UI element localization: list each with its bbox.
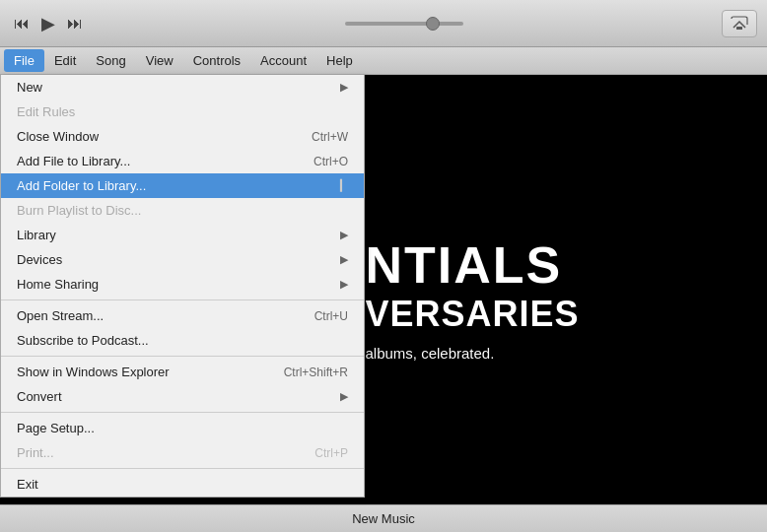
menu-item-burn-playlist: Burn Playlist to Disc... (1, 198, 364, 223)
menu-item-burn-playlist-label: Burn Playlist to Disc... (17, 203, 141, 218)
menu-item-library[interactable]: Library ▶ (1, 223, 364, 247)
menu-item-open-stream-shortcut: Ctrl+U (314, 309, 348, 323)
menu-item-open-stream[interactable]: Open Stream... Ctrl+U (1, 303, 364, 328)
menu-item-print: Print... Ctrl+P (1, 440, 364, 465)
toolbar: ⏮ ▶ ⏭ (0, 0, 767, 47)
menu-item-close-window-shortcut: Ctrl+W (312, 130, 348, 144)
menu-item-open-stream-label: Open Stream... (17, 308, 104, 323)
menu-item-new[interactable]: New ▶ (1, 75, 364, 100)
menu-item-new-label: New (17, 80, 42, 95)
menu-item-new-arrow: ▶ (340, 81, 348, 94)
airplay-button[interactable] (722, 10, 757, 37)
menu-edit[interactable]: Edit (44, 49, 86, 72)
menubar: File Edit Song View Controls Account Hel… (0, 47, 767, 75)
status-label: New Music (352, 511, 415, 526)
file-dropdown-menu: New ▶ Edit Rules Close Window Ctrl+W Add… (0, 75, 365, 498)
menu-controls[interactable]: Controls (183, 49, 250, 72)
menu-item-show-explorer-label: Show in Windows Explorer (17, 365, 170, 379)
menu-item-exit[interactable]: Exit (1, 472, 364, 497)
menu-item-home-sharing[interactable]: Home Sharing ▶ (1, 272, 364, 297)
fastforward-button[interactable]: ⏭ (63, 13, 87, 34)
menu-item-close-window[interactable]: Close Window Ctrl+W (1, 124, 364, 149)
menu-view[interactable]: View (136, 49, 183, 72)
transport-controls: ⏮ ▶ ⏭ (10, 11, 87, 36)
separator-3 (1, 412, 364, 413)
menu-item-print-shortcut: Ctrl+P (314, 446, 348, 460)
menu-item-page-setup-label: Page Setup... (17, 421, 95, 435)
menu-help[interactable]: Help (316, 49, 363, 72)
separator-1 (1, 299, 364, 300)
album-description: albums, celebrated. (365, 345, 579, 362)
menu-item-add-folder-label: Add Folder to Library... (17, 178, 146, 193)
menu-item-print-label: Print... (17, 445, 54, 460)
cursor-indicator: ▎ (340, 179, 348, 192)
separator-2 (1, 356, 364, 357)
album-title-2: VERSARIES (365, 294, 579, 335)
menu-item-devices[interactable]: Devices ▶ (1, 247, 364, 272)
separator-4 (1, 468, 364, 469)
menu-item-close-window-label: Close Window (17, 129, 99, 144)
menu-item-devices-label: Devices (17, 252, 62, 267)
menu-item-edit-rules: Edit Rules (1, 100, 364, 124)
status-bar: New Music (0, 504, 767, 532)
menu-item-show-explorer-shortcut: Ctrl+Shift+R (284, 366, 348, 379)
menu-item-add-file[interactable]: Add File to Library... Ctrl+O (1, 149, 364, 173)
menu-item-subscribe-podcast-label: Subscribe to Podcast... (17, 333, 149, 348)
menu-item-add-folder[interactable]: Add Folder to Library... ▎ (1, 173, 364, 198)
menu-item-edit-rules-label: Edit Rules (17, 104, 75, 119)
play-button[interactable]: ▶ (37, 11, 59, 36)
rewind-button[interactable]: ⏮ (10, 13, 34, 34)
menu-item-add-file-shortcut: Ctrl+O (314, 155, 348, 168)
menu-item-home-sharing-label: Home Sharing (17, 277, 99, 292)
menu-item-subscribe-podcast[interactable]: Subscribe to Podcast... (1, 328, 364, 353)
menu-item-convert[interactable]: Convert ▶ (1, 384, 364, 409)
menu-file[interactable]: File (4, 49, 44, 72)
menu-item-devices-arrow: ▶ (340, 253, 348, 266)
album-title-1: NTIALS (365, 237, 579, 294)
menu-account[interactable]: Account (250, 49, 316, 72)
menu-item-library-label: Library (17, 228, 56, 242)
menu-item-page-setup[interactable]: Page Setup... (1, 416, 364, 440)
svg-rect-0 (736, 27, 742, 30)
menu-item-home-sharing-arrow: ▶ (340, 278, 348, 291)
volume-slider-container (87, 22, 722, 26)
menu-item-convert-label: Convert (17, 389, 62, 404)
menu-item-show-explorer[interactable]: Show in Windows Explorer Ctrl+Shift+R (1, 360, 364, 384)
menu-item-exit-label: Exit (17, 477, 38, 492)
menu-item-convert-arrow: ▶ (340, 390, 348, 403)
volume-slider[interactable] (345, 22, 463, 26)
menu-song[interactable]: Song (86, 49, 135, 72)
menu-item-add-file-label: Add File to Library... (17, 154, 130, 168)
menu-item-library-arrow: ▶ (340, 229, 348, 241)
volume-thumb (426, 17, 440, 31)
